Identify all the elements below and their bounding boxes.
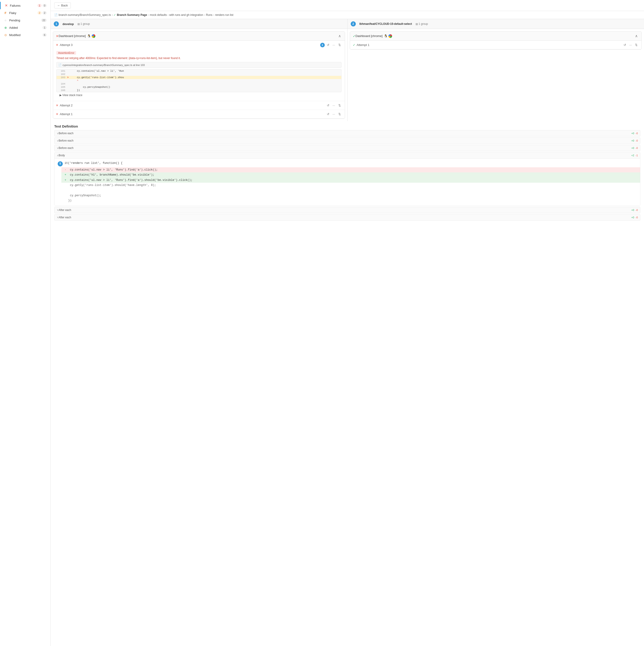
- def-row-body-header[interactable]: ∧ Body +2 -1: [55, 152, 640, 158]
- attempt-2: ✕ Attempt 2 ↺ ··· ⇅: [53, 101, 345, 110]
- group-info-1: ▤ 1 group: [78, 22, 90, 25]
- collapse-btn-1[interactable]: ∧: [337, 33, 342, 38]
- sidebar-item-modified[interactable]: ⊙ Modified 6: [0, 31, 50, 38]
- status-pass-icon-2: ✓: [353, 34, 355, 38]
- def-row-diff-3: +0 -0: [631, 146, 638, 149]
- topbar: ← Back: [50, 0, 644, 11]
- attempt-3-label: Attempt 3: [60, 43, 320, 47]
- test-definition-section: Test Definition ∨ Before each +0 -0 ∨ Be…: [50, 121, 644, 225]
- browser-card-header-1: ✕ Dashboard [chrome] 🐧 ∧: [53, 31, 345, 41]
- diff-add-2: +0: [631, 139, 634, 142]
- x-circle-icon: ✕: [4, 4, 8, 7]
- sidebar-label-added: Added: [9, 26, 42, 29]
- sidebar-item-pending[interactable]: ○ Pending 22: [0, 16, 50, 24]
- breadcrumb-sep-3: ›: [204, 13, 205, 16]
- sidebar-item-flaky[interactable]: F Flaky 2 2: [0, 9, 50, 16]
- attempt-3-replay-btn[interactable]: ↺: [326, 42, 330, 47]
- diff-add-1: +0: [631, 132, 634, 135]
- attempt-2-replay-btn[interactable]: ↺: [326, 103, 330, 108]
- attempt-1-col1-label: Attempt 1: [60, 112, 326, 116]
- code-neutral-line-4: }): [62, 198, 640, 203]
- col-header-2: 2 lbhman/feat/CYCLOUD-15-default-select …: [347, 19, 644, 29]
- breadcrumb-context: mock defaults - with runs and gh integra…: [150, 13, 203, 16]
- breadcrumb-doc-icon: 📄: [54, 13, 58, 16]
- code-added-line-1: + cy.contains('h1', branchName).should('…: [62, 172, 640, 178]
- code-line-104: 104: [57, 82, 341, 86]
- sidebar-label-modified: Modified: [9, 33, 42, 37]
- browser-title-text-1: Dashboard [chrome]: [59, 34, 86, 38]
- col-header-1: 1 develop ▤ 1 group: [50, 19, 347, 29]
- code-line-103: 103 > cy.getCy('runs-list-item').shou: [57, 76, 341, 79]
- attempt-1-col2-replay-btn[interactable]: ↺: [622, 42, 627, 47]
- diff-add-after-2: +0: [631, 216, 634, 219]
- code-file-ref-3: 📄 cypress/integration/branch-summary/Bra…: [56, 62, 341, 68]
- code-file-path: cypress/integration/branch-summary/Branc…: [63, 64, 145, 67]
- def-row-after-1[interactable]: ∨ After each +0 -0: [54, 207, 640, 213]
- def-row-before-2[interactable]: ∨ Before each +0 -0: [54, 137, 640, 144]
- sidebar-item-added[interactable]: ⊕ Added 1: [0, 24, 50, 31]
- attempt-1-status-icon: ✕: [56, 112, 59, 116]
- attempt-2-header: ✕ Attempt 2 ↺ ··· ⇅: [53, 101, 345, 110]
- back-button[interactable]: ← Back: [54, 2, 71, 8]
- column-develop: 1 develop ▤ 1 group ✕ Dashboard [chrome]: [50, 19, 347, 121]
- error-block-3: AssertionError Timed out retrying after …: [53, 49, 345, 101]
- diff-remove-2: -0: [636, 139, 638, 142]
- code-added-line-2: + cy.contains('ul.nav > li', 'Runs').fin…: [62, 178, 640, 183]
- modified-icon: ⊙: [4, 33, 7, 37]
- attempt-1-expand-btn[interactable]: ⇅: [337, 112, 342, 116]
- code-neutral-line-3: cy.percySnapshot();: [62, 193, 640, 198]
- browser-card-2: ✓ Dashboard [chrome] 🐧 ∧: [350, 31, 642, 49]
- code-neutral-line-1: cy.getCy('runs-list-item').should('have.…: [62, 183, 640, 188]
- chrome-icon-1: [92, 34, 95, 38]
- pending-count: 22: [41, 19, 47, 22]
- group-icon-1: ▤: [78, 22, 80, 25]
- sidebar-item-failures[interactable]: ✕ Failures 1 0: [0, 2, 50, 9]
- attempt-1-col2-expand-btn[interactable]: ⇅: [634, 42, 639, 47]
- attempt-2-actions: ↺ ··· ⇅: [326, 103, 342, 108]
- attempt-2-expand-btn[interactable]: ⇅: [337, 103, 342, 108]
- step-circle-2: 2: [351, 21, 356, 26]
- diff-remove-1: -0: [636, 132, 638, 135]
- view-stack-trace[interactable]: ▶ View stack trace: [56, 92, 341, 99]
- def-row-before-3[interactable]: ∨ Before each +0 -0: [54, 145, 640, 151]
- collapse-btn-2[interactable]: ∧: [634, 33, 639, 38]
- chevron-up-icon-body: ∧: [57, 154, 59, 157]
- breadcrumb-section: Runs: [206, 13, 212, 16]
- browser-title-text-2: Dashboard [chrome]: [355, 34, 383, 38]
- def-row-after-2[interactable]: ∨ After each +0 -0: [54, 214, 640, 221]
- sidebar: ✕ Failures 1 0 F Flaky 2 2 ○ Pending 22 …: [0, 0, 50, 646]
- attempt-3-actions: 3 ↺ ··· ⇅: [320, 42, 342, 47]
- attempt-1-col2-header: ✓ Attempt 1 ↺ ··· ⇅: [350, 41, 642, 49]
- breadcrumb-check-icon: ✓: [114, 13, 116, 16]
- flaky-count: 2 2: [37, 11, 47, 14]
- attempt-3-header: ✕ Attempt 3 3 ↺ ··· ⇅: [53, 41, 345, 49]
- breadcrumb-file: branch-summary/BranchSummary_spec.ts: [59, 13, 111, 16]
- column-feature: 2 lbhman/feat/CYCLOUD-15-default-select …: [347, 19, 644, 121]
- attempt-1-col2-label: Attempt 1: [357, 43, 623, 47]
- diff-add-after-1: +0: [631, 209, 634, 211]
- attempt-3-expand-btn[interactable]: ⇅: [337, 42, 342, 47]
- def-row-diff-after-1: +0 -0: [631, 209, 638, 211]
- attempt-1-col2-more-btn[interactable]: ···: [628, 42, 633, 47]
- attempt-1-more-btn[interactable]: ···: [331, 112, 336, 116]
- branch-name-2: lbhman/feat/CYCLOUD-15-default-select: [359, 22, 412, 25]
- def-row-before-1[interactable]: ∨ Before each +0 -0: [54, 130, 640, 136]
- attempt-1-col1: ✕ Attempt 1 ↺ ··· ⇅: [53, 110, 345, 119]
- linux-icon-2: 🐧: [384, 34, 388, 38]
- code-doc-icon: 📄: [59, 64, 62, 67]
- group-info-2: ▤ 1 group: [416, 22, 428, 25]
- step-circle-5: 5: [58, 161, 63, 167]
- def-row-diff-body: +2 -1: [631, 154, 638, 157]
- chrome-icon-2: [389, 34, 392, 38]
- attempt-1-col1-actions: ↺ ··· ⇅: [326, 112, 342, 116]
- diff-remove-body: -1: [636, 154, 638, 157]
- attempt-1-col2-actions: ↺ ··· ⇅: [622, 42, 639, 47]
- def-row-diff-after-2: +0 -0: [631, 216, 638, 219]
- attempt-1-replay-btn[interactable]: ↺: [326, 112, 330, 116]
- attempt-2-more-btn[interactable]: ···: [331, 103, 336, 108]
- def-row-diff-1: +0 -0: [631, 132, 638, 135]
- attempt-3-more-btn[interactable]: ···: [331, 42, 336, 47]
- def-row-label-2: Before each: [59, 139, 631, 142]
- browser-icons-2: 🐧: [384, 34, 392, 38]
- attempt-2-label: Attempt 2: [60, 104, 326, 107]
